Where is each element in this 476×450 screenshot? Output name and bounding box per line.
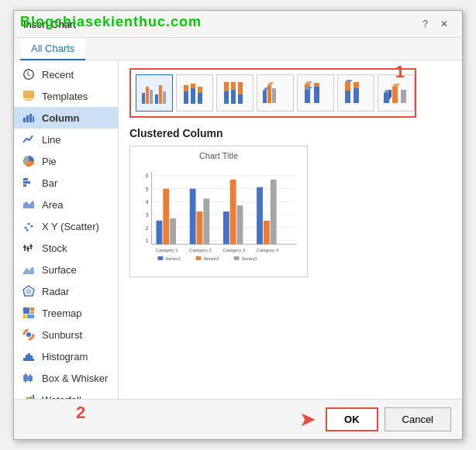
chart-svg: 6 5 4 3 2 1 (135, 163, 302, 264)
svg-rect-33 (33, 359, 34, 361)
svg-rect-52 (163, 91, 166, 104)
chart-type-3d-clustered[interactable] (257, 74, 294, 112)
svg-rect-121 (234, 256, 240, 260)
sidebar-item-column[interactable]: Column (14, 107, 118, 129)
svg-rect-80 (354, 82, 359, 88)
svg-rect-8 (23, 184, 26, 187)
svg-rect-112 (271, 180, 277, 244)
svg-rect-111 (264, 221, 270, 244)
svg-rect-7 (23, 181, 30, 184)
sidebar-item-surface[interactable]: Surface (14, 259, 118, 280)
help-button[interactable]: ? (418, 17, 433, 31)
svg-rect-54 (184, 85, 188, 91)
svg-rect-55 (191, 88, 195, 104)
sidebar-item-line[interactable]: Line (14, 129, 118, 150)
svg-marker-83 (389, 90, 391, 100)
chart-type-3d-stacked[interactable] (297, 74, 334, 112)
sidebar-item-sunburst[interactable]: Sunburst (14, 324, 118, 345)
sidebar-item-treemap[interactable]: Treemap (14, 302, 118, 324)
svg-rect-0 (23, 91, 34, 98)
svg-marker-9 (23, 201, 34, 208)
svg-marker-78 (345, 80, 353, 82)
treemap-icon (22, 306, 36, 320)
svg-rect-58 (198, 87, 202, 93)
pie-icon (22, 154, 36, 168)
close-button[interactable]: ✕ (436, 17, 453, 31)
svg-text:4: 4 (146, 199, 149, 204)
tab-all-charts[interactable]: All Charts (20, 38, 85, 60)
svg-rect-110 (257, 187, 263, 245)
svg-rect-117 (157, 256, 163, 260)
svg-rect-103 (170, 218, 176, 244)
sidebar-item-waterfall[interactable]: Waterfall (14, 389, 118, 399)
sidebar-item-recent[interactable]: Recent (14, 64, 118, 85)
sidebar-item-templates[interactable]: Templates (14, 85, 118, 107)
svg-rect-74 (314, 87, 319, 103)
line-icon (22, 132, 36, 146)
chart-type-stacked-column[interactable] (176, 74, 213, 112)
sidebar-item-xy-scatter[interactable]: X Y (Scatter) (14, 215, 118, 237)
sidebar-item-recent-label: Recent (42, 69, 74, 81)
svg-rect-108 (230, 180, 236, 244)
svg-rect-31 (28, 353, 30, 361)
svg-point-12 (31, 225, 33, 228)
chart-type-100-stacked-column[interactable] (216, 74, 254, 112)
svg-rect-29 (23, 358, 26, 361)
cancel-button[interactable]: Cancel (385, 407, 451, 431)
svg-rect-3 (26, 115, 29, 122)
bar-icon (22, 176, 36, 190)
sidebar-item-box-whisker-label: Box & Whisker (42, 373, 108, 384)
sidebar-item-column-label: Column (42, 112, 79, 124)
svg-rect-26 (27, 314, 34, 318)
sidebar-item-pie[interactable]: Pie (14, 150, 118, 172)
svg-marker-69 (267, 82, 274, 85)
svg-text:Series2: Series2 (203, 256, 219, 261)
svg-rect-2 (23, 118, 26, 122)
svg-rect-5 (33, 116, 34, 122)
sidebar-item-box-whisker[interactable]: Box & Whisker (14, 367, 118, 389)
svg-rect-57 (198, 93, 202, 104)
svg-text:Series1: Series1 (165, 256, 181, 261)
area-icon (22, 198, 36, 211)
svg-rect-105 (197, 211, 203, 244)
sidebar-item-area[interactable]: Area (14, 194, 118, 215)
svg-rect-51 (159, 85, 162, 104)
svg-point-13 (26, 229, 29, 232)
svg-rect-65 (263, 91, 267, 103)
svg-rect-23 (30, 307, 34, 311)
svg-rect-70 (305, 90, 310, 103)
column-icon (22, 111, 36, 125)
scatter-icon (22, 219, 36, 233)
svg-rect-60 (224, 82, 229, 91)
svg-rect-30 (26, 355, 28, 361)
svg-rect-53 (184, 91, 188, 104)
svg-rect-109 (237, 205, 243, 244)
stock-icon (22, 241, 36, 255)
sidebar-item-pie-label: Pie (42, 156, 57, 167)
svg-rect-81 (384, 93, 389, 103)
histogram-icon (22, 349, 36, 363)
svg-text:2: 2 (146, 225, 149, 231)
templates-icon (22, 89, 36, 103)
sidebar-item-radar-label: Radar (42, 286, 69, 297)
svg-text:5: 5 (146, 187, 149, 192)
sidebar-item-histogram[interactable]: Histogram (14, 345, 118, 367)
main-content: 1 (119, 60, 462, 399)
svg-rect-104 (190, 189, 196, 245)
svg-rect-4 (29, 114, 32, 122)
chart-type-clustered-column[interactable] (136, 74, 173, 112)
sidebar-item-bar[interactable]: Bar (14, 172, 118, 194)
dialog-footer: 2 ➤ OK Cancel (14, 399, 462, 439)
svg-text:Series3: Series3 (241, 256, 257, 261)
sidebar-item-sunburst-label: Sunburst (42, 329, 82, 341)
ok-button[interactable]: OK (326, 407, 378, 431)
chart-type-3d-100-stacked[interactable] (337, 74, 374, 112)
surface-icon (22, 263, 36, 277)
sidebar-item-radar[interactable]: Radar (14, 280, 118, 302)
sidebar: Recent Templates Colu (14, 60, 119, 399)
sidebar-item-stock[interactable]: Stock (14, 237, 118, 259)
svg-rect-1 (25, 99, 33, 101)
svg-text:1: 1 (146, 238, 149, 243)
svg-rect-77 (345, 82, 350, 91)
dialog-body: Recent Templates Colu (14, 60, 462, 399)
